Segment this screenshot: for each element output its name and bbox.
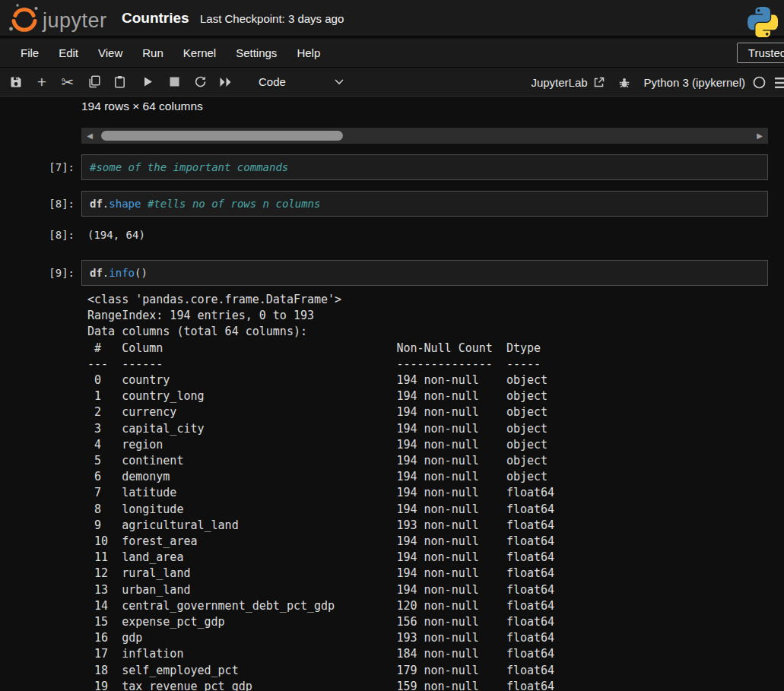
cut-icon: ✂ xyxy=(62,74,75,90)
top-bar: jupyter Countries Last Checkpoint: 3 day… xyxy=(0,0,784,37)
output-cell-8: [8]: (194, 64) xyxy=(0,229,784,246)
cell-type-dropdown[interactable]: Code xyxy=(259,75,286,88)
run-cell-button[interactable] xyxy=(135,71,161,94)
output-value: (194, 64) xyxy=(87,229,145,241)
cell-type-dropdown-toggle[interactable] xyxy=(335,79,344,85)
code-cell-7: [7]: #some of the important commands xyxy=(0,154,784,182)
chevron-down-icon xyxy=(335,79,344,85)
external-link-icon xyxy=(593,77,605,88)
code-input[interactable]: df.shape #tells no of rows n columns xyxy=(81,191,768,217)
cell-prompt: [8]: xyxy=(0,198,75,210)
scroll-left-arrow-icon[interactable]: ◀ xyxy=(83,132,97,140)
menu-edit[interactable]: Edit xyxy=(49,42,88,64)
restart-kernel-button[interactable] xyxy=(187,71,213,94)
open-in-jupyterlab-button[interactable] xyxy=(593,77,605,88)
output-prompt: [8]: xyxy=(0,229,75,241)
scroll-right-arrow-icon[interactable]: ▶ xyxy=(753,132,767,140)
debugger-toggle-button[interactable] xyxy=(618,77,630,89)
run-all-icon xyxy=(219,77,233,87)
jupyter-notebook-app: { "topbar": { "logo_text": "jupyter", "t… xyxy=(0,0,784,691)
save-button[interactable] xyxy=(3,71,29,94)
cell-prompt: [9]: xyxy=(0,267,75,279)
toolbar: + ✂ Code xyxy=(0,67,784,97)
kernel-status-indicator[interactable] xyxy=(753,76,766,89)
menu-run[interactable]: Run xyxy=(132,42,173,64)
horizontal-scrollbar[interactable]: ◀ ▶ xyxy=(81,128,768,144)
last-checkpoint-label: Last Checkpoint: 3 days ago xyxy=(200,12,344,25)
trusted-button[interactable]: Trusted xyxy=(737,43,784,63)
cut-cell-button[interactable]: ✂ xyxy=(55,71,81,94)
code-cell-8: [8]: df.shape #tells no of rows n column… xyxy=(0,191,784,218)
run-icon xyxy=(143,76,154,87)
menu-bar: File Edit View Run Kernel Settings Help … xyxy=(0,39,784,67)
df-info-output: <class 'pandas.core.frame.DataFrame'> Ra… xyxy=(87,292,554,691)
kernel-name-label[interactable]: Python 3 (ipykernel) xyxy=(644,76,745,89)
notebook-title[interactable]: Countries xyxy=(122,10,189,27)
copy-cell-button[interactable] xyxy=(81,71,106,94)
python-logo-icon xyxy=(747,7,778,37)
jupyter-wordmark: jupyter xyxy=(43,11,107,34)
jupyter-logo-icon xyxy=(8,2,41,34)
menu-settings[interactable]: Settings xyxy=(226,42,287,64)
restart-run-all-button[interactable] xyxy=(213,71,239,94)
notebook-tools-menu-button[interactable] xyxy=(775,77,784,89)
code-input[interactable]: df.info() xyxy=(81,260,768,286)
restart-kernel-icon xyxy=(194,75,207,88)
interrupt-kernel-button[interactable] xyxy=(161,71,187,94)
kernel-status-circle-icon xyxy=(753,76,766,89)
debugger-bug-icon xyxy=(618,77,630,89)
menu-help[interactable]: Help xyxy=(287,42,330,64)
paste-cell-button[interactable] xyxy=(106,71,132,94)
save-icon xyxy=(10,76,22,88)
dataframe-shape-summary: 194 rows × 64 columns xyxy=(81,100,203,113)
code-cell-9: [9]: df.info() xyxy=(0,260,784,287)
scrollbar-thumb[interactable] xyxy=(101,131,343,141)
code-input[interactable]: #some of the important commands xyxy=(81,154,768,180)
jupyter-logo[interactable]: jupyter xyxy=(8,2,107,34)
paste-icon xyxy=(113,75,126,88)
hamburger-menu-icon xyxy=(775,77,784,89)
menu-kernel[interactable]: Kernel xyxy=(173,42,226,64)
add-cell-icon: + xyxy=(37,74,46,90)
menu-file[interactable]: File xyxy=(11,42,49,64)
copy-icon xyxy=(87,75,100,88)
menu-view[interactable]: View xyxy=(88,42,132,64)
open-in-jupyterlab-link[interactable]: JupyterLab xyxy=(531,76,587,89)
add-cell-button[interactable]: + xyxy=(29,71,55,94)
stop-icon xyxy=(170,77,179,87)
cell-prompt: [7]: xyxy=(0,161,75,173)
